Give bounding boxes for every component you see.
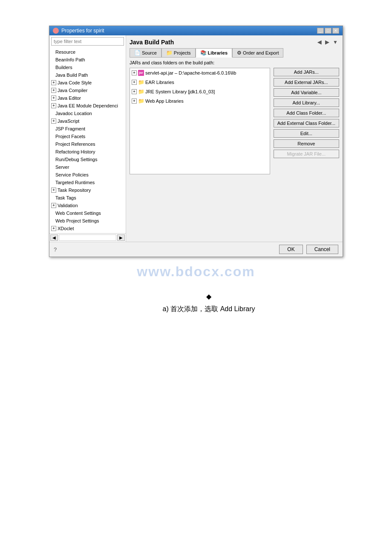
caption: a) 首次添加，选取 Add Library xyxy=(163,305,255,314)
title-bar-controls: _ □ ✕ xyxy=(317,28,339,34)
tree-item-webprojectsettings[interactable]: Web Project Settings xyxy=(49,217,126,225)
add-external-class-folder-button[interactable]: Add External Class Folder... xyxy=(274,119,339,127)
tree-item-javacodestyle[interactable]: +Java Code Style xyxy=(49,79,126,87)
tree-item-tasktags[interactable]: Task Tags xyxy=(49,194,126,202)
tree-item-webcontentsettings[interactable]: Web Content Settings xyxy=(49,209,126,217)
cancel-button[interactable]: Cancel xyxy=(306,245,338,254)
tree-item-rundebugsettings[interactable]: Run/Debug Settings xyxy=(49,156,126,163)
edit-button[interactable]: Edit... xyxy=(274,129,339,138)
tree-container: Resource BeanInfo Path Builders Java Bui… xyxy=(49,47,126,233)
tab-order-export-label: Order and Export xyxy=(243,50,279,55)
maximize-button[interactable]: □ xyxy=(325,28,331,34)
tabs-container: 📄 Source 📁 Projects 📚 Libraries ⚙ Order … xyxy=(130,48,339,58)
tree-item-javabuildpath[interactable]: Java Build Path xyxy=(49,71,126,79)
tree-item-refactoringhistory[interactable]: Refactoring History xyxy=(49,148,126,156)
close-button[interactable]: ✕ xyxy=(332,28,339,34)
tab-source[interactable]: 📄 Source xyxy=(130,48,161,58)
tree-item-javadoclocation[interactable]: Javadoc Location xyxy=(49,110,126,117)
tree-item-javascript[interactable]: +JavaScript xyxy=(49,117,126,125)
title-icon xyxy=(53,28,59,34)
lib-item-label: servlet-api.jar – D:\apache-tomcat-6.0.1… xyxy=(145,69,236,77)
tree-item-projectreferences[interactable]: Project References xyxy=(49,140,126,148)
expand-icon: + xyxy=(51,188,56,193)
tab-order-export[interactable]: ⚙ Order and Export xyxy=(232,48,283,58)
tree-item-resource[interactable]: Resource xyxy=(49,48,126,56)
jar-icon: jar xyxy=(138,70,144,76)
tree-item-targetedruntimes[interactable]: Targeted Runtimes xyxy=(49,179,126,186)
migrate-jar-button[interactable]: Migrate JAR File... xyxy=(274,150,339,158)
tree-item-validation[interactable]: +Validation xyxy=(49,202,126,209)
lib-item-jre[interactable]: + 📁 JRE System Library [jdk1.6.0_03] xyxy=(130,87,270,96)
order-export-tab-icon: ⚙ xyxy=(237,50,242,56)
tree-item-projectfacets[interactable]: Project Facets xyxy=(49,133,126,140)
panel-title-text: Java Build Path xyxy=(130,39,174,46)
library-list[interactable]: + jar servlet-api.jar – D:\apache-tomcat… xyxy=(130,68,270,174)
remove-button[interactable]: Remove xyxy=(274,139,339,148)
title-bar-left: Properties for spirit xyxy=(53,28,104,34)
lib-item-ear[interactable]: + 📁 EAR Libraries xyxy=(130,78,270,87)
folder-icon: 📁 xyxy=(138,89,144,95)
nav-forward-icon[interactable]: ▶ xyxy=(324,39,330,46)
lib-item-label: JRE System Library [jdk1.6.0_03] xyxy=(145,88,215,95)
ok-button[interactable]: OK xyxy=(279,245,303,254)
tab-libraries-label: Libraries xyxy=(208,50,228,55)
right-panel: Java Build Path ◀ ▶ ▼ 📄 Source 📁 xyxy=(126,35,343,242)
panel-nav-icons: ◀ ▶ ▼ xyxy=(316,39,339,46)
expand-icon: + xyxy=(51,80,56,85)
content-description: JARs and class folders on the build path… xyxy=(130,60,339,65)
tree-item-beaninfo[interactable]: BeanInfo Path xyxy=(49,56,126,64)
add-library-button[interactable]: Add Library... xyxy=(274,98,339,107)
nav-dropdown-icon[interactable]: ▼ xyxy=(331,39,339,46)
expand-icon: + xyxy=(132,80,137,85)
libraries-tab-icon: 📚 xyxy=(200,50,207,56)
tab-libraries[interactable]: 📚 Libraries xyxy=(196,48,232,58)
folder-icon: 📁 xyxy=(138,98,144,104)
footer-buttons: OK Cancel xyxy=(279,245,338,254)
expand-icon: + xyxy=(51,226,56,231)
filter-input[interactable] xyxy=(51,37,124,46)
expand-icon: + xyxy=(51,95,56,101)
split-area: + jar servlet-api.jar – D:\apache-tomcat… xyxy=(130,68,339,174)
buttons-panel: Add JARs... Add External JARs... Add Var… xyxy=(274,68,339,174)
dialog-window: Properties for spirit _ □ ✕ Resource Bea… xyxy=(49,26,343,257)
folder-icon: 📁 xyxy=(138,79,144,85)
add-external-jars-button[interactable]: Add External JARs... xyxy=(274,78,339,87)
tree-item-javacompiler[interactable]: +Java Compiler xyxy=(49,87,126,94)
tree-panel-bottom: ◀ ▶ xyxy=(49,233,126,242)
tree-item-taskrepository[interactable]: +Task Repository xyxy=(49,186,126,194)
expand-icon: + xyxy=(51,203,56,208)
tree-item-server[interactable]: Server xyxy=(49,163,126,171)
scroll-left-button[interactable]: ◀ xyxy=(50,234,58,241)
tree-item-javaeditor[interactable]: +Java Editor xyxy=(49,94,126,102)
tab-projects[interactable]: 📁 Projects xyxy=(161,48,196,58)
dialog-body: Resource BeanInfo Path Builders Java Bui… xyxy=(49,35,343,242)
minimize-button[interactable]: _ xyxy=(317,28,324,34)
tree-item-servicepolicies[interactable]: Service Policies xyxy=(49,171,126,179)
expand-icon: + xyxy=(132,89,137,94)
projects-tab-icon: 📁 xyxy=(166,50,173,56)
expand-icon: + xyxy=(51,103,56,108)
tree-item-jspfragment[interactable]: JSP Fragment xyxy=(49,125,126,133)
add-class-folder-button[interactable]: Add Class Folder... xyxy=(274,109,339,117)
help-icon[interactable]: ? xyxy=(54,246,57,253)
tab-source-label: Source xyxy=(142,50,157,55)
left-panel: Resource BeanInfo Path Builders Java Bui… xyxy=(49,35,126,242)
tree-item-javaeemoduledep[interactable]: +Java EE Module Dependenci xyxy=(49,102,126,110)
lib-item-label: EAR Libraries xyxy=(145,78,174,86)
expand-icon: + xyxy=(51,88,56,93)
source-tab-icon: 📄 xyxy=(134,50,141,56)
nav-back-icon[interactable]: ◀ xyxy=(316,39,323,46)
tree-item-builders[interactable]: Builders xyxy=(49,64,126,71)
expand-icon: + xyxy=(132,98,137,104)
scroll-right-button[interactable]: ▶ xyxy=(117,234,125,241)
expand-icon: + xyxy=(132,70,137,75)
add-jars-button[interactable]: Add JARs... xyxy=(274,68,339,76)
dialog-title: Properties for spirit xyxy=(61,28,104,34)
tab-projects-label: Projects xyxy=(174,50,191,55)
tree-item-xdoclet[interactable]: +XDoclet xyxy=(49,225,126,232)
lib-item-webapp[interactable]: + 📁 Web App Libraries xyxy=(130,96,270,106)
expand-icon: + xyxy=(51,119,56,124)
lib-item-servletapi[interactable]: + jar servlet-api.jar – D:\apache-tomcat… xyxy=(130,68,270,78)
add-variable-button[interactable]: Add Variable... xyxy=(274,88,339,97)
page-container: Properties for spirit _ □ ✕ Resource Bea… xyxy=(0,0,392,314)
